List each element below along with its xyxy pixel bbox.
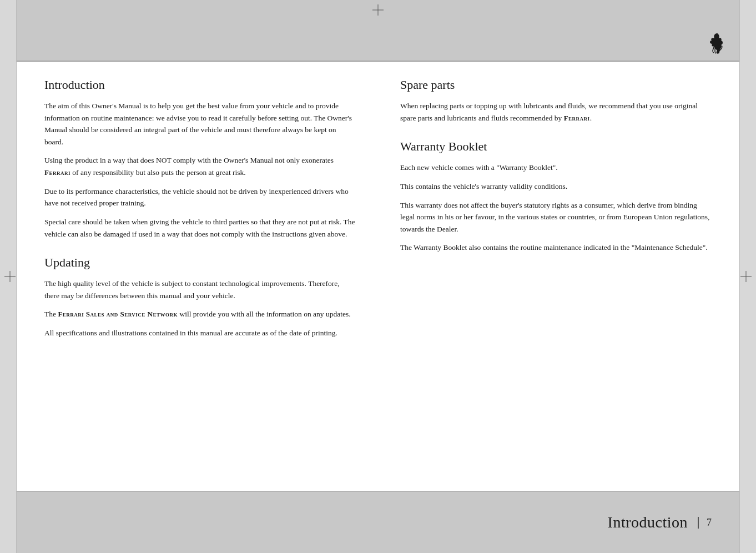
warranty-heading: Warranty Booklet: [400, 139, 712, 154]
left-binding-strip: [0, 0, 17, 553]
updating-para-3: All specifications and illustrations con…: [44, 327, 356, 339]
page-number: 7: [698, 517, 712, 529]
updating-para-2: The Ferrari Sales and Service Network wi…: [44, 308, 356, 320]
intro-para-2: Using the product in a way that does NOT…: [44, 154, 356, 178]
warranty-para-4: The Warranty Booklet also contains the r…: [400, 242, 712, 254]
cross-mark-right: [740, 271, 752, 282]
right-column: Spare parts When replacing parts or topp…: [389, 78, 712, 475]
ferrari-smallcaps-3: Ferrari: [564, 114, 590, 122]
introduction-heading: Introduction: [44, 78, 356, 92]
warranty-section: Warranty Booklet Each new vehicle comes …: [400, 139, 712, 254]
ferrari-smallcaps-1: Ferrari: [44, 168, 70, 177]
introduction-section: Introduction The aim of this Owner's Man…: [44, 78, 356, 240]
cross-mark-top: [372, 4, 384, 16]
intro-para-4: Special care should be taken when giving…: [44, 216, 356, 240]
top-bar: [0, 0, 756, 61]
spare-parts-para-1: When replacing parts or topping up with …: [400, 100, 712, 124]
intro-para-1: The aim of this Owner's Manual is to hel…: [44, 100, 356, 148]
intro-para-3: Due to its performance characteristics, …: [44, 185, 356, 209]
ferrari-smallcaps-2: Ferrari: [58, 310, 84, 318]
ferrari-horse-icon: [707, 32, 727, 54]
content-area: Introduction The aim of this Owner's Man…: [17, 61, 739, 492]
cross-mark-left: [4, 271, 16, 282]
ferrari-logo: [706, 31, 728, 56]
warranty-para-1: Each new vehicle comes with a "Warranty …: [400, 162, 712, 174]
left-column: Introduction The aim of this Owner's Man…: [44, 78, 367, 475]
updating-para-1: The high quality level of the vehicle is…: [44, 278, 356, 301]
sales-service-smallcaps: Sales and Service Network: [86, 310, 178, 318]
warranty-para-2: This contains the vehicle's warranty val…: [400, 180, 712, 193]
spare-parts-heading: Spare parts: [400, 78, 712, 92]
updating-heading: Updating: [44, 255, 356, 270]
warranty-para-3: This warranty does not affect the buyer'…: [400, 199, 712, 235]
bottom-section-label: Introduction: [608, 514, 688, 531]
right-binding-strip: [739, 0, 756, 553]
bottom-bar-content: Introduction 7: [17, 492, 739, 553]
updating-section: Updating The high quality level of the v…: [44, 255, 356, 339]
spare-parts-section: Spare parts When replacing parts or topp…: [400, 78, 712, 124]
